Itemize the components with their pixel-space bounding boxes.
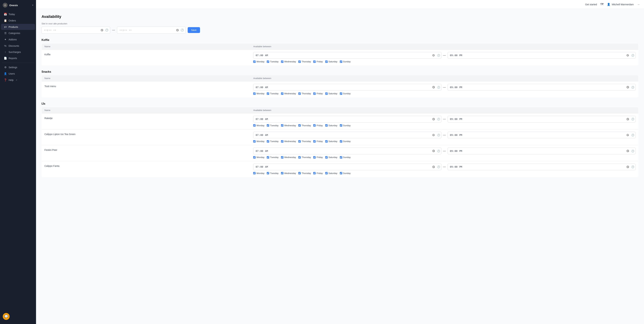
day-checkbox-friday[interactable]: Friday xyxy=(313,172,323,175)
day-checkbox-input[interactable] xyxy=(340,124,342,127)
day-checkbox-input[interactable] xyxy=(298,140,301,142)
start-time-input[interactable] xyxy=(253,147,441,154)
day-checkbox-friday[interactable]: Friday xyxy=(313,92,323,95)
day-checkbox-input[interactable] xyxy=(340,156,342,158)
day-checkbox-input[interactable] xyxy=(313,156,316,158)
sidebar-item-orders[interactable]: 📋 Orders xyxy=(1,18,35,24)
day-checkbox-sunday[interactable]: Sunday xyxy=(340,124,351,127)
day-checkbox-input[interactable] xyxy=(253,172,256,174)
day-checkbox-thursday[interactable]: Thursday xyxy=(298,140,311,142)
day-checkbox-input[interactable] xyxy=(325,140,328,142)
sidebar-item-today[interactable]: 📅 Today xyxy=(1,11,35,17)
sidebar-item-products[interactable]: 🏷 Products xyxy=(1,24,35,30)
day-checkbox-input[interactable] xyxy=(267,156,269,158)
sidebar-item-discounts[interactable]: % Discounts xyxy=(1,43,35,49)
day-checkbox-input[interactable] xyxy=(281,156,284,158)
day-checkbox-input[interactable] xyxy=(340,140,342,142)
day-checkbox-input[interactable] xyxy=(325,61,328,63)
day-checkbox-input[interactable] xyxy=(253,140,256,142)
day-checkbox-friday[interactable]: Friday xyxy=(313,124,323,127)
end-time-input[interactable] xyxy=(448,147,636,154)
day-checkbox-input[interactable] xyxy=(325,156,328,158)
sidebar-item-settings[interactable]: ⚙ Settings xyxy=(1,64,35,70)
map-icon[interactable]: 🗺 xyxy=(600,3,604,6)
end-time-input[interactable] xyxy=(448,116,636,122)
end-time-input[interactable] xyxy=(448,52,636,59)
day-checkbox-input[interactable] xyxy=(281,172,284,174)
day-checkbox-thursday[interactable]: Thursday xyxy=(298,92,311,95)
day-checkbox-input[interactable] xyxy=(325,92,328,95)
sidebar-item-categories[interactable]: ☰ Categories xyxy=(1,30,35,36)
chat-bubble-button[interactable]: 💬 xyxy=(3,313,10,320)
day-checkbox-saturday[interactable]: Saturday xyxy=(325,172,338,175)
day-checkbox-saturday[interactable]: Saturday xyxy=(325,124,338,127)
day-checkbox-tuesday[interactable]: Tuesday xyxy=(267,140,278,142)
day-checkbox-tuesday[interactable]: Tuesday xyxy=(267,172,278,175)
start-time-input[interactable] xyxy=(253,164,441,170)
day-checkbox-input[interactable] xyxy=(253,156,256,158)
day-checkbox-input[interactable] xyxy=(267,61,269,63)
day-checkbox-friday[interactable]: Friday xyxy=(313,60,323,63)
day-checkbox-input[interactable] xyxy=(267,124,269,127)
day-checkbox-input[interactable] xyxy=(267,172,269,174)
day-checkbox-thursday[interactable]: Thursday xyxy=(298,60,311,63)
start-time-input[interactable] xyxy=(253,116,441,122)
start-time-input[interactable] xyxy=(253,84,441,91)
day-checkbox-saturday[interactable]: Saturday xyxy=(325,92,338,95)
sidebar-item-addons[interactable]: ✦ Addons xyxy=(1,36,35,43)
sidebar-item-users[interactable]: 👤 Users xyxy=(1,71,35,77)
day-checkbox-wednesday[interactable]: Wednesday xyxy=(281,124,296,127)
start-time-input[interactable] xyxy=(253,52,441,59)
end-time-input[interactable] xyxy=(448,84,636,91)
day-checkbox-monday[interactable]: Monday xyxy=(253,140,264,142)
day-checkbox-thursday[interactable]: Thursday xyxy=(298,172,311,175)
day-checkbox-input[interactable] xyxy=(325,124,328,127)
day-checkbox-input[interactable] xyxy=(281,92,284,95)
day-checkbox-sunday[interactable]: Sunday xyxy=(340,156,351,158)
day-checkbox-monday[interactable]: Monday xyxy=(253,60,264,63)
day-checkbox-input[interactable] xyxy=(253,92,256,95)
day-checkbox-input[interactable] xyxy=(313,140,316,142)
day-checkbox-input[interactable] xyxy=(298,61,301,63)
sidebar-item-surcharges[interactable]: ↑ Surcharges xyxy=(1,49,35,55)
day-checkbox-wednesday[interactable]: Wednesday xyxy=(281,172,296,175)
global-end-input[interactable] xyxy=(117,27,186,34)
day-checkbox-input[interactable] xyxy=(267,140,269,142)
user-menu[interactable]: 👤 Mitchell Warmerdam xyxy=(607,3,634,6)
day-checkbox-input[interactable] xyxy=(340,92,342,95)
day-checkbox-saturday[interactable]: Saturday xyxy=(325,156,338,158)
day-checkbox-input[interactable] xyxy=(325,172,328,174)
get-started-link[interactable]: Get started xyxy=(585,3,597,6)
day-checkbox-friday[interactable]: Friday xyxy=(313,156,323,158)
day-checkbox-tuesday[interactable]: Tuesday xyxy=(267,92,278,95)
day-checkbox-sunday[interactable]: Sunday xyxy=(340,172,351,175)
day-checkbox-sunday[interactable]: Sunday xyxy=(340,60,351,63)
day-checkbox-friday[interactable]: Friday xyxy=(313,140,323,142)
day-checkbox-wednesday[interactable]: Wednesday xyxy=(281,60,296,63)
day-checkbox-input[interactable] xyxy=(313,92,316,95)
day-checkbox-wednesday[interactable]: Wednesday xyxy=(281,92,296,95)
logout-icon[interactable]: → xyxy=(637,3,640,6)
day-checkbox-monday[interactable]: Monday xyxy=(253,172,264,175)
day-checkbox-tuesday[interactable]: Tuesday xyxy=(267,124,278,127)
day-checkbox-input[interactable] xyxy=(313,61,316,63)
sidebar-item-reports[interactable]: 📄 Reports xyxy=(1,55,35,61)
day-checkbox-input[interactable] xyxy=(281,140,284,142)
day-checkbox-monday[interactable]: Monday xyxy=(253,92,264,95)
sidebar-brand-header[interactable]: O Onesix ▾ xyxy=(0,0,36,10)
day-checkbox-input[interactable] xyxy=(281,61,284,63)
day-checkbox-thursday[interactable]: Thursday xyxy=(298,156,311,158)
day-checkbox-input[interactable] xyxy=(267,92,269,95)
day-checkbox-saturday[interactable]: Saturday xyxy=(325,60,338,63)
end-time-input[interactable] xyxy=(448,164,636,170)
save-button[interactable]: Save xyxy=(188,27,200,33)
day-checkbox-input[interactable] xyxy=(298,172,301,174)
day-checkbox-thursday[interactable]: Thursday xyxy=(298,124,311,127)
sidebar-item-help[interactable]: ❓ Help ↗ xyxy=(1,77,35,83)
day-checkbox-input[interactable] xyxy=(340,172,342,174)
day-checkbox-tuesday[interactable]: Tuesday xyxy=(267,60,278,63)
start-time-input[interactable] xyxy=(253,132,441,138)
day-checkbox-monday[interactable]: Monday xyxy=(253,156,264,158)
end-time-input[interactable] xyxy=(448,132,636,138)
day-checkbox-wednesday[interactable]: Wednesday xyxy=(281,156,296,158)
